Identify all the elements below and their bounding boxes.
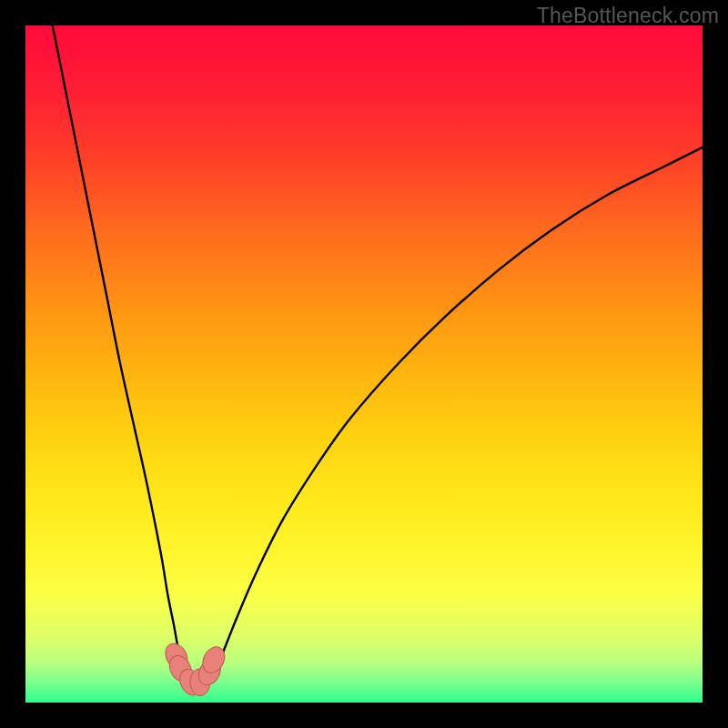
chart-svg — [25, 25, 703, 703]
bottleneck-curve — [53, 25, 703, 686]
marker-group — [161, 640, 228, 699]
plot-area — [25, 25, 703, 703]
watermark-text: TheBottleneck.com — [537, 4, 719, 28]
chart-frame: TheBottleneck.com — [0, 0, 728, 728]
